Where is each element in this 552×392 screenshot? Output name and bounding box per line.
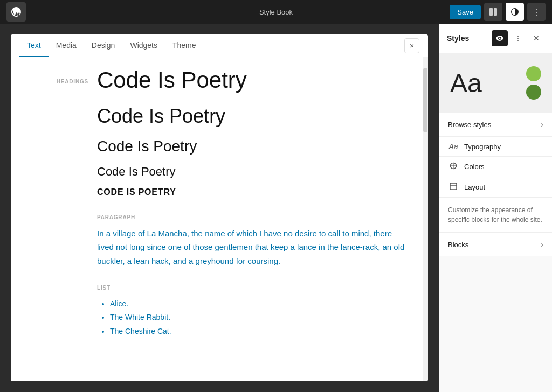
close-styles-button[interactable]: ✕ [528,30,544,46]
topbar-actions: Save ⋮ [450,3,546,21]
browse-styles-label: Browse styles [448,121,491,129]
layout-icon [448,183,459,192]
list-item: The White Rabbit. [110,311,410,324]
tab-text[interactable]: Text [19,34,49,57]
browse-styles-chevron-icon: › [541,120,543,129]
label-column: HEADINGS [11,57,97,381]
heading-5: CODE IS POETRY [97,187,410,197]
colors-label: Colors [464,163,485,171]
typography-option[interactable]: Aa Typography [439,137,552,157]
paragraph-section: PARAGRAPH In a village of La Mancha, the… [97,214,410,268]
colors-icon [448,162,459,171]
styles-panel-title: Styles [447,34,469,43]
preview-color-dots [526,66,541,100]
color-dot-dark [526,85,541,100]
layout-label: Layout [464,183,485,191]
typography-icon: Aa [448,142,459,151]
wp-logo-icon[interactable] [6,2,26,22]
editor-area: Text Media Design Widgets Theme × HEADIN… [0,24,439,392]
browse-styles-row[interactable]: Browse styles › [439,113,552,137]
preview-aa-text: Aa [450,68,482,98]
svg-rect-3 [450,183,457,190]
styles-preview: Aa [439,53,552,113]
list-label: LIST [97,285,410,291]
topbar-left [6,2,26,22]
heading-3: Code Is Poetry [97,138,410,155]
heading-1: Code Is Poetry [97,68,410,93]
list-item: The Cheshire Cat. [110,325,410,338]
tab-theme[interactable]: Theme [165,34,204,57]
list-section: LIST Alice. The White Rabbit. The Cheshi… [97,285,410,338]
scrollbar[interactable] [423,57,428,381]
layout-option[interactable]: Layout [439,177,552,198]
svg-rect-0 [489,8,493,16]
customize-description: Customize the appearance of specific blo… [439,198,552,233]
scroll-content[interactable]: Code Is Poetry Code Is Poetry Code Is Po… [97,57,423,381]
typography-label: Typography [464,143,501,151]
eye-icon-button[interactable] [492,30,508,46]
save-button[interactable]: Save [450,5,481,19]
colors-option[interactable]: Colors [439,157,552,177]
topbar-title: Style Book [259,8,293,16]
svg-rect-1 [494,8,497,16]
paragraph-label: PARAGRAPH [97,214,410,220]
content-list: Alice. The White Rabbit. The Cheshire Ca… [97,297,410,338]
more-styles-button[interactable]: ⋮ [510,30,526,46]
tabs-bar: Text Media Design Widgets Theme × [11,34,428,57]
color-dot-light [526,66,541,81]
content-scroll-area: HEADINGS Code Is Poetry Code Is Poetry C… [11,57,428,381]
headings-label: HEADINGS [11,68,97,85]
main-content: Text Media Design Widgets Theme × HEADIN… [0,24,552,392]
tab-design[interactable]: Design [84,34,123,57]
stylebook-panel: Text Media Design Widgets Theme × HEADIN… [11,34,428,381]
blocks-chevron-icon: › [541,240,543,249]
view-toggle-button[interactable] [484,3,502,21]
topbar: Style Book Save ⋮ [0,0,552,24]
heading-2: Code Is Poetry [97,106,410,127]
more-options-button[interactable]: ⋮ [527,3,546,21]
paragraph-text: In a village of La Mancha, the name of w… [97,227,410,268]
styles-header: Styles ⋮ ✕ [439,24,552,53]
contrast-toggle-button[interactable] [506,3,524,21]
tab-widgets[interactable]: Widgets [122,34,165,57]
heading-4: Code Is Poetry [97,165,410,179]
styles-panel: Styles ⋮ ✕ Aa Browse styles › Aa [439,24,552,392]
tab-media[interactable]: Media [49,34,84,57]
blocks-label: Blocks [448,241,468,249]
list-item: Alice. [110,297,410,311]
close-stylebook-button[interactable]: × [404,38,419,53]
blocks-row[interactable]: Blocks › [439,233,552,256]
scrollbar-thumb [423,68,427,132]
styles-header-actions: ⋮ ✕ [492,30,544,46]
